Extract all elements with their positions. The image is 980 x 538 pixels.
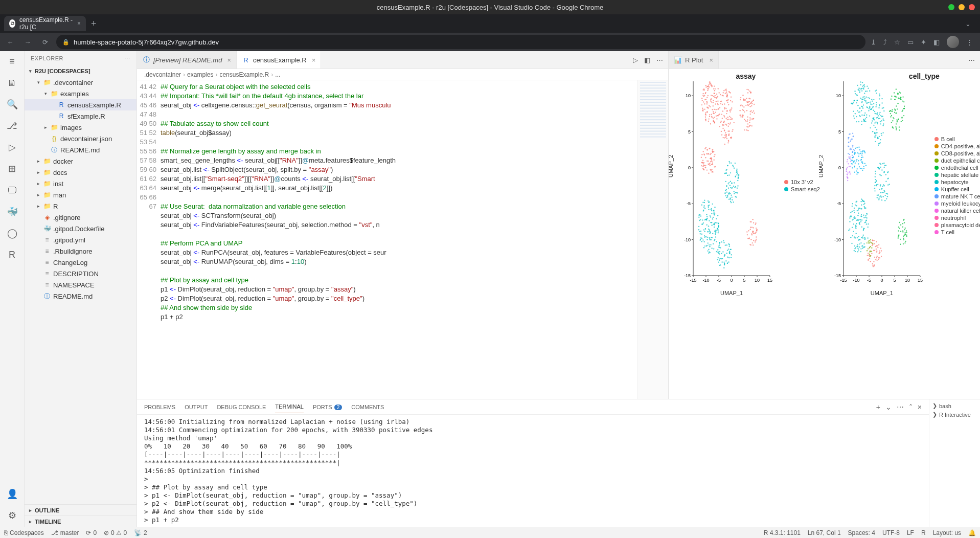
tree-item[interactable]: 🐳.gitpod.Dockerfile bbox=[25, 223, 136, 234]
editor-tab[interactable]: RcensusExample.R× bbox=[237, 51, 321, 69]
svg-point-611 bbox=[726, 185, 727, 186]
maximize-icon[interactable] bbox=[959, 4, 965, 10]
tree-item[interactable]: ▸📁R bbox=[25, 200, 136, 212]
terminal-output[interactable]: 14:56:00 Initializing from normalized La… bbox=[137, 415, 929, 527]
tree-item[interactable]: ▸📁images bbox=[25, 122, 136, 133]
tree-item[interactable]: ◈.gitignore bbox=[25, 212, 136, 223]
maximize-panel-icon[interactable]: ˄ bbox=[909, 403, 913, 411]
code-content[interactable]: ## Query for a Seurat object with the se… bbox=[161, 80, 637, 399]
menu-icon[interactable]: ≡ bbox=[6, 55, 18, 68]
forward-button[interactable]: → bbox=[21, 38, 34, 46]
chrome-menu-icon[interactable]: ⋮ bbox=[966, 38, 973, 46]
plot-more-icon[interactable]: ⋯ bbox=[963, 56, 980, 64]
svg-point-1283 bbox=[887, 193, 888, 194]
close-panel-icon[interactable]: × bbox=[918, 403, 922, 411]
status-encoding[interactable]: UTF-8 bbox=[882, 529, 900, 536]
tree-item[interactable]: ▸📁docker bbox=[25, 155, 136, 167]
tabs-dropdown-icon[interactable]: ⌄ bbox=[960, 20, 976, 28]
svg-text:-5: -5 bbox=[837, 201, 841, 206]
docker-icon[interactable]: 🐳 bbox=[6, 206, 18, 218]
tree-item[interactable]: RsfExample.R bbox=[25, 110, 136, 122]
status-sync[interactable]: ⟳ 0 bbox=[86, 529, 97, 536]
share-icon[interactable]: ⤴ bbox=[883, 38, 887, 46]
remote-icon[interactable]: 🖵 bbox=[6, 184, 18, 196]
run-debug-icon[interactable]: ▷ bbox=[6, 141, 18, 153]
panel-tab-output[interactable]: OUTPUT bbox=[185, 401, 208, 413]
tree-item[interactable]: ≡NAMESPACE bbox=[25, 279, 136, 290]
plot-tab[interactable]: 📊 R Plot × bbox=[669, 51, 719, 69]
tree-item[interactable]: ⓘREADME.md bbox=[25, 290, 136, 302]
terminal-dropdown-icon[interactable]: ⌄ bbox=[885, 403, 892, 411]
search-icon[interactable]: 🔍 bbox=[6, 98, 18, 110]
install-icon[interactable]: ⤓ bbox=[871, 38, 876, 46]
r-icon[interactable]: R bbox=[6, 249, 18, 261]
source-control-icon[interactable]: ⎇ bbox=[6, 120, 18, 132]
status-cursor[interactable]: Ln 67, Col 1 bbox=[808, 529, 841, 536]
status-problems[interactable]: ⊘ 0 ⚠ 0 bbox=[104, 529, 127, 536]
terminal-session-bash[interactable]: ❯bash bbox=[932, 402, 977, 409]
tree-item[interactable]: ▸📁docs bbox=[25, 167, 136, 178]
tree-item[interactable]: {}devcontainer.json bbox=[25, 133, 136, 144]
github-icon[interactable]: ◯ bbox=[6, 227, 18, 239]
back-button[interactable]: ← bbox=[4, 38, 16, 46]
timeline-section[interactable]: ▸TIMELINE bbox=[25, 515, 136, 527]
browser-tab[interactable]: ⧉ censusExample.R - r2u [C × bbox=[4, 16, 86, 31]
breadcrumbs[interactable]: .devcontainer › examples › censusExample… bbox=[137, 69, 668, 80]
reload-button[interactable]: ⟳ bbox=[39, 38, 51, 46]
panel-more-icon[interactable]: ⋯ bbox=[897, 403, 904, 411]
svg-point-1035 bbox=[862, 163, 863, 164]
minimap[interactable] bbox=[637, 80, 668, 399]
tree-item[interactable]: ▾📁examples bbox=[25, 88, 136, 99]
new-tab-button[interactable]: + bbox=[86, 18, 102, 29]
status-r-version[interactable]: R 4.3.1: 1101 bbox=[764, 529, 801, 536]
tree-item[interactable]: ≡.gitpod.yml bbox=[25, 234, 136, 245]
sidebar-more-icon[interactable]: ⋯ bbox=[125, 55, 131, 62]
panel-tab-debug-console[interactable]: DEBUG CONSOLE bbox=[217, 401, 266, 413]
sidepanel-icon[interactable]: ◧ bbox=[933, 38, 940, 46]
status-ports[interactable]: 📡 2 bbox=[134, 529, 147, 536]
editor-tab[interactable]: ⓘ[Preview] README.md× bbox=[137, 51, 237, 69]
bookmark-icon[interactable]: ☆ bbox=[894, 38, 900, 46]
tree-item[interactable]: ▸📁inst bbox=[25, 178, 136, 189]
code-editor[interactable]: 41 42 43 44 45 46 47 48 49 50 51 52 53 5… bbox=[137, 80, 668, 399]
new-terminal-icon[interactable]: + bbox=[876, 403, 880, 411]
status-bell-icon[interactable]: 🔔 bbox=[968, 529, 976, 536]
extensions-view-icon[interactable]: ⊞ bbox=[6, 163, 18, 175]
outline-section[interactable]: ▸OUTLINE bbox=[25, 504, 136, 515]
status-indent[interactable]: Spaces: 4 bbox=[848, 529, 875, 536]
plot-tab-close-icon[interactable]: × bbox=[709, 56, 713, 64]
workspace-section[interactable]: ▾ R2U [CODESPACES] bbox=[25, 65, 136, 77]
tab-close-icon[interactable]: × bbox=[77, 20, 81, 27]
tree-item[interactable]: ▸📁man bbox=[25, 189, 136, 200]
panel-tab-terminal[interactable]: TERMINAL bbox=[275, 400, 304, 413]
explorer-icon[interactable]: 🗎 bbox=[6, 77, 18, 89]
tree-item[interactable]: ▾📁.devcontainer bbox=[25, 77, 136, 88]
downloads-icon[interactable]: ▭ bbox=[907, 38, 914, 46]
status-eol[interactable]: LF bbox=[907, 529, 914, 536]
terminal-session-r[interactable]: ❯R Interactive bbox=[932, 411, 977, 418]
panel-tab-problems[interactable]: PROBLEMS bbox=[144, 401, 175, 413]
tree-item[interactable]: ≡DESCRIPTION bbox=[25, 268, 136, 279]
close-icon[interactable] bbox=[969, 4, 975, 10]
status-language[interactable]: R bbox=[921, 529, 926, 536]
minimize-icon[interactable] bbox=[948, 4, 954, 10]
tree-item[interactable]: ≡.Rbuildignore bbox=[25, 245, 136, 257]
editor-more-icon[interactable]: ⋯ bbox=[656, 56, 663, 64]
panel-tab-comments[interactable]: COMMENTS bbox=[351, 401, 384, 413]
status-layout[interactable]: Layout: us bbox=[933, 529, 961, 536]
tree-item[interactable]: ≡ChangeLog bbox=[25, 257, 136, 268]
profile-avatar[interactable] bbox=[947, 36, 959, 48]
tab-close-icon[interactable]: × bbox=[227, 56, 231, 64]
accounts-icon[interactable]: 👤 bbox=[6, 488, 18, 500]
tree-item[interactable]: RcensusExample.R bbox=[25, 99, 136, 110]
status-codespaces[interactable]: ⎘ Codespaces bbox=[4, 529, 44, 536]
url-bar[interactable]: 🔒 humble-space-potato-5j7r664xq2v7gw.git… bbox=[56, 35, 865, 49]
tab-close-icon[interactable]: × bbox=[312, 56, 316, 64]
panel-tab-ports[interactable]: PORTS2 bbox=[313, 401, 342, 413]
split-editor-icon[interactable]: ◧ bbox=[644, 56, 650, 64]
status-branch[interactable]: ⎇ master bbox=[51, 529, 79, 536]
extensions-icon[interactable]: ✦ bbox=[921, 38, 926, 46]
tree-item[interactable]: ⓘREADME.md bbox=[25, 144, 136, 155]
run-icon[interactable]: ▷ bbox=[633, 56, 638, 64]
settings-gear-icon[interactable]: ⚙ bbox=[6, 509, 18, 522]
